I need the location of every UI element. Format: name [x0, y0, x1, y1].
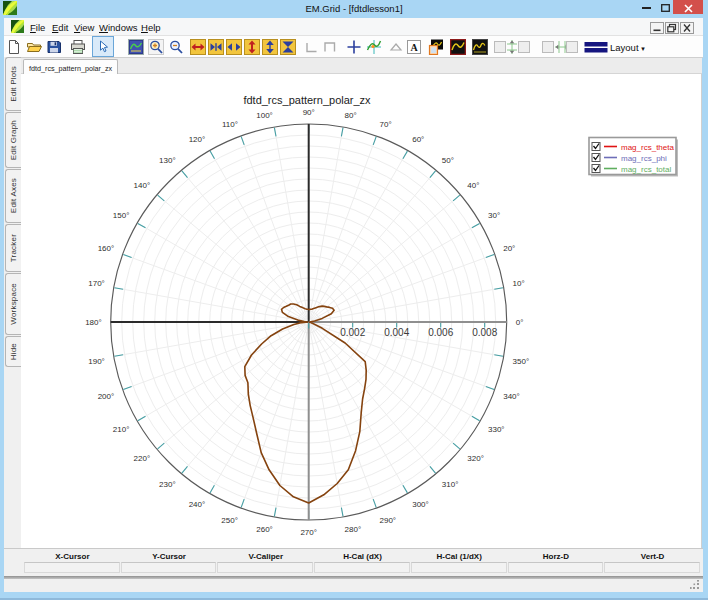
svg-text:140°: 140° — [134, 181, 151, 190]
svg-text:0.006: 0.006 — [428, 327, 453, 338]
svg-text:20°: 20° — [503, 244, 515, 253]
svg-text:150°: 150° — [113, 211, 130, 220]
svg-text:30°: 30° — [488, 211, 500, 220]
svg-text:130°: 130° — [159, 156, 176, 165]
svg-text:340°: 340° — [503, 392, 520, 401]
svg-text:110°: 110° — [222, 120, 238, 129]
svg-text:mag_rcs_theta: mag_rcs_theta — [621, 143, 674, 152]
svg-text:0.004: 0.004 — [384, 327, 409, 338]
svg-text:90°: 90° — [303, 108, 315, 117]
svg-text:200°: 200° — [98, 392, 115, 401]
svg-text:160°: 160° — [98, 244, 115, 253]
svg-text:190°: 190° — [88, 357, 105, 366]
svg-text:0°: 0° — [516, 318, 524, 327]
svg-text:210°: 210° — [113, 425, 130, 434]
svg-text:mag_rcs_total: mag_rcs_total — [621, 165, 671, 174]
svg-text:40°: 40° — [467, 181, 479, 190]
svg-text:100°: 100° — [256, 111, 273, 120]
svg-text:170°: 170° — [88, 279, 105, 288]
svg-text:fdtd_rcs_pattern_polar_zx: fdtd_rcs_pattern_polar_zx — [243, 94, 371, 106]
svg-text:270°: 270° — [300, 528, 317, 537]
svg-text:320°: 320° — [467, 454, 484, 463]
svg-text:230°: 230° — [159, 480, 176, 489]
svg-text:120°: 120° — [189, 135, 206, 144]
svg-text:80°: 80° — [345, 111, 357, 120]
svg-text:290°: 290° — [380, 516, 397, 525]
svg-text:330°: 330° — [488, 425, 505, 434]
svg-text:300°: 300° — [412, 500, 429, 509]
svg-text:60°: 60° — [412, 135, 424, 144]
svg-text:250°: 250° — [221, 516, 238, 525]
svg-text:70°: 70° — [380, 120, 392, 129]
svg-text:220°: 220° — [134, 454, 151, 463]
svg-text:180°: 180° — [85, 318, 102, 327]
svg-text:240°: 240° — [189, 500, 206, 509]
svg-text:280°: 280° — [345, 525, 362, 534]
svg-text:350°: 350° — [513, 357, 530, 366]
svg-text:50°: 50° — [442, 156, 454, 165]
svg-text:10°: 10° — [513, 279, 525, 288]
svg-text:310°: 310° — [442, 480, 459, 489]
svg-text:0.008: 0.008 — [472, 327, 497, 338]
svg-text:0.002: 0.002 — [340, 327, 365, 338]
svg-text:260°: 260° — [256, 525, 273, 534]
svg-text:mag_rcs_phi: mag_rcs_phi — [621, 154, 667, 163]
